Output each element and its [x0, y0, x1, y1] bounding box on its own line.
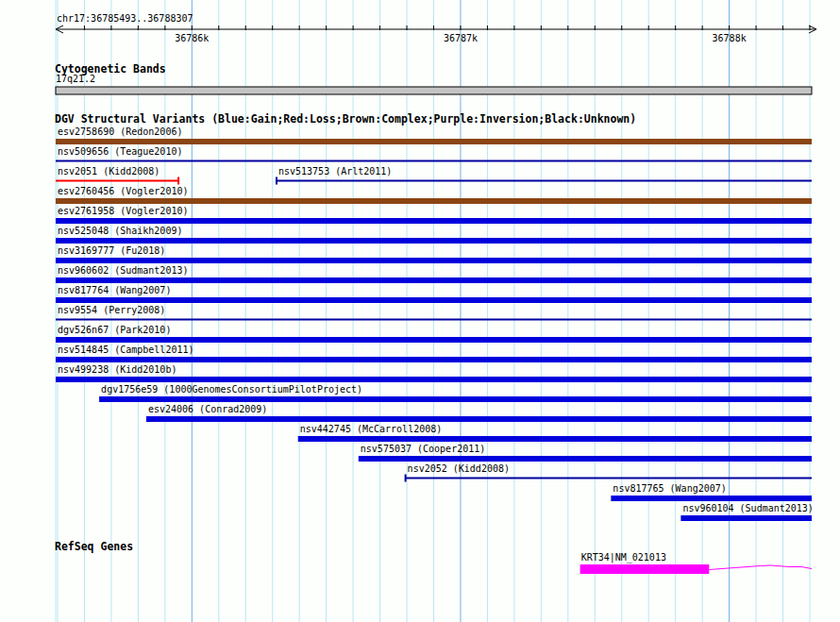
variant-bar[interactable] — [298, 436, 812, 442]
variant-label[interactable]: nsv817765 (Wang2007) — [613, 484, 726, 494]
variant-label[interactable]: esv2761958 (Vogler2010) — [58, 207, 188, 216]
variant-label[interactable]: nsv2051 (Kidd2008) — [58, 167, 160, 177]
variant-label[interactable]: nsv817764 (Wang2007) — [58, 286, 171, 295]
variant-bar[interactable] — [56, 198, 812, 204]
ruler-tick-label: 36787k — [444, 34, 478, 43]
variant-bar[interactable] — [359, 456, 812, 462]
variant-label[interactable]: nsv514845 (Campbell2011) — [58, 345, 194, 355]
ruler-tick-label: 36788k — [713, 34, 747, 43]
variant-label[interactable]: nsv2052 (Kidd2008) — [408, 464, 510, 474]
variant-label[interactable]: nsv509656 (Teague2010) — [58, 147, 182, 157]
variant-label[interactable]: dgv526n67 (Park2010) — [58, 326, 171, 335]
cytoband-bar[interactable] — [56, 87, 812, 94]
variant-label[interactable]: esv2758690 (Redon2006) — [58, 127, 182, 137]
variant-label[interactable]: nsv442745 (McCarroll2008) — [300, 425, 443, 434]
variant-label[interactable]: nsv960104 (Sudmant2013) — [682, 504, 813, 513]
variant-bar[interactable] — [680, 515, 812, 521]
dgv-track-title: DGV Structural Variants (Blue:Gain;Red:L… — [55, 114, 636, 125]
gene-exon-bar[interactable] — [580, 564, 710, 574]
variant-label[interactable]: nsv575037 (Cooper2011) — [361, 445, 485, 454]
refseq-genes-title: RefSeq Genes — [55, 542, 133, 552]
variant-label[interactable]: nsv513753 (Arlt2011) — [278, 167, 392, 177]
variant-start-tick — [276, 177, 277, 185]
gene-label[interactable]: KRT34|NM_021013 — [581, 553, 666, 563]
variant-end-tick — [177, 177, 179, 185]
variant-bar[interactable] — [56, 218, 812, 224]
variant-label[interactable]: nsv960602 (Sudmant2013) — [58, 266, 188, 276]
variant-bar[interactable] — [56, 258, 812, 263]
variant-bar[interactable] — [56, 139, 812, 144]
variant-bar[interactable] — [56, 377, 812, 382]
variant-start-tick — [405, 475, 407, 482]
variant-bar[interactable] — [56, 277, 812, 283]
variant-bar[interactable] — [146, 416, 812, 422]
variant-label[interactable]: dgv1756e59 (1000GenomesConsortiumPilotPr… — [101, 385, 362, 395]
region-label: chr17:36785493..36788307 — [57, 14, 193, 24]
variant-bar[interactable] — [611, 496, 812, 501]
variant-bar[interactable] — [56, 297, 812, 303]
variant-bar[interactable] — [56, 357, 812, 362]
variant-label[interactable]: nsv499238 (Kidd2010b) — [58, 365, 176, 375]
variant-label[interactable]: nsv9554 (Perry2008) — [58, 306, 165, 315]
refseq-gene-track — [580, 564, 812, 574]
ruler-tick-label: 36786k — [175, 34, 209, 43]
cytoband-track — [56, 87, 812, 94]
variant-label[interactable]: esv2760456 (Vogler2010) — [58, 187, 188, 196]
variant-bar[interactable] — [56, 238, 812, 244]
cytoband-name: 17q21.2 — [56, 75, 95, 84]
variant-label[interactable]: nsv3169777 (Fu2018) — [58, 246, 165, 256]
genome-browser-view: chr17:36785493..36788307 36786k36787k367… — [0, 0, 840, 622]
gene-tail-line — [709, 565, 812, 570]
variant-bar[interactable] — [56, 337, 812, 343]
variant-label[interactable]: nsv525048 (Shaikh2009) — [58, 227, 182, 236]
variant-label[interactable]: esv24006 (Conrad2009) — [148, 405, 267, 414]
variant-bar[interactable] — [99, 396, 812, 402]
